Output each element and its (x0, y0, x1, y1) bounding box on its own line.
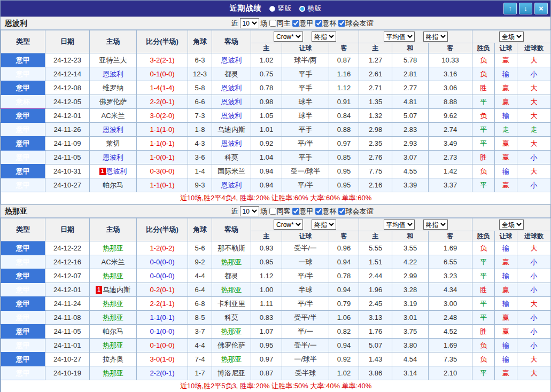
radio-vertical-layout[interactable]: 竖版 (269, 4, 292, 13)
sub-header-4: 和 (392, 231, 429, 241)
final-index-select-2[interactable]: 终指 (423, 219, 448, 230)
handicap-line-cell: 平/半 (282, 297, 329, 311)
section-filter-bar: 热那亚近10场同客意甲意杯球会友谊 (1, 205, 550, 218)
avg-away-cell: 2.74 (429, 123, 472, 137)
final-index-select[interactable]: 终指 (312, 32, 336, 42)
odds-away-cell: 0.87 (329, 53, 359, 67)
close-button[interactable]: × (534, 3, 548, 14)
checkbox-意杯[interactable] (315, 20, 322, 27)
checkbox-同主[interactable] (269, 20, 276, 27)
score-cell: 1-0(0-1) (137, 151, 188, 164)
score-cell: 2-2(1-1) (137, 297, 188, 311)
match-count-select[interactable]: 10 (240, 206, 259, 216)
avg-draw-cell: 3.75 (392, 325, 429, 339)
sub-header-8: 进球数 (517, 231, 551, 241)
match-scope-select[interactable]: 全场 (499, 32, 524, 42)
odds-home-cell: 1.12 (251, 269, 282, 283)
team-label: 恩波利 (221, 181, 242, 189)
odds-home-cell: 1.02 (251, 53, 282, 67)
checkbox-意甲[interactable] (292, 20, 299, 27)
average-odds-group-header: 平均值终指 (359, 30, 472, 43)
odds-away-cell: 0.94 (329, 255, 359, 269)
date-cell: 24-11-01 (45, 339, 90, 352)
radio-horizontal-dot-icon[interactable] (299, 6, 305, 12)
average-odds-select[interactable]: 平均值 (384, 32, 415, 42)
radio-vertical-dot-icon[interactable] (269, 6, 275, 12)
final-index-select[interactable]: 终指 (312, 219, 336, 230)
average-odds-select[interactable]: 平均值 (384, 219, 415, 230)
final-index-select-2[interactable]: 终指 (423, 32, 448, 42)
league-cell: 意甲 (1, 352, 45, 366)
odds-away-cell: 0.88 (329, 123, 359, 137)
checkbox-意杯[interactable] (315, 208, 322, 215)
filter-checkbox-同客[interactable]: 同客 (269, 207, 291, 216)
corners-cell: 12-3 (188, 67, 212, 81)
avg-home-cell: 2.61 (359, 67, 392, 81)
goals-result-cell: 小 (517, 151, 551, 164)
sub-header-2: 客 (329, 43, 359, 53)
filter-checkbox-意杯[interactable]: 意杯 (315, 207, 337, 216)
filter-checkbox-球会友谊[interactable]: 球会友谊 (338, 19, 374, 28)
checkbox-同客[interactable] (269, 208, 276, 215)
handicap-line-cell: 平手 (282, 151, 329, 164)
team-label: 热那亚 (221, 258, 242, 266)
filter-suffix-label: 场 (261, 19, 268, 28)
wdl-result-cell: 负 (472, 109, 495, 123)
bookmaker-select[interactable]: Crow* (274, 32, 303, 42)
handicap-result-cell: 赢 (495, 255, 517, 269)
odds-home-cell: 0.97 (251, 352, 282, 366)
match-count-select[interactable]: 10 (240, 18, 259, 28)
avg-draw-cell: 3.55 (392, 241, 429, 255)
league-cell: 意甲 (1, 325, 45, 339)
team-label: 乌迪内斯 (218, 126, 245, 134)
match-row: 意甲24-11-26恩波利1-1(1-0)1-8乌迪内斯1.01平手0.882.… (1, 123, 551, 137)
handicap-result-cell: 输 (495, 109, 517, 123)
goals-result-cell: 小 (517, 178, 551, 192)
score-cell: 0-0(0-0) (137, 255, 188, 269)
checkbox-球会友谊[interactable] (338, 20, 345, 27)
away-team-cell: 热那亚 (212, 325, 251, 339)
date-cell: 24-12-08 (45, 81, 90, 95)
league-cell: 意甲 (1, 53, 45, 67)
bookmaker-select[interactable]: Crow* (274, 219, 303, 230)
handicap-result-cell: 赢 (495, 311, 517, 325)
avg-away-cell: 2.73 (429, 151, 472, 164)
radio-horizontal-layout[interactable]: 横版 (299, 4, 322, 13)
summary-row: 近10场,胜2平5负3, 胜率:20% 让胜率:50% 大率:40% 单率:40… (1, 380, 551, 392)
league-cell: 意甲 (1, 67, 45, 81)
filter-checkbox-同主[interactable]: 同主 (269, 19, 291, 28)
handicap-line-cell: 平手 (282, 67, 329, 81)
match-scope-select[interactable]: 全场 (499, 219, 524, 230)
checkbox-球会友谊[interactable] (338, 208, 345, 215)
scroll-down-button[interactable]: ↓ (519, 3, 532, 14)
league-cell: 意甲 (1, 137, 45, 151)
goals-result-cell: 大 (517, 366, 551, 380)
date-cell: 24-10-19 (45, 366, 90, 380)
avg-home-cell: 1.43 (359, 352, 392, 366)
handicap-result-cell: 赢 (495, 151, 517, 164)
team-label: 都灵 (224, 70, 238, 78)
date-cell: 24-12-22 (45, 241, 90, 255)
avg-away-cell: 3.16 (429, 67, 472, 81)
filter-checkbox-意甲[interactable]: 意甲 (292, 19, 314, 28)
wdl-result-cell: 平 (472, 178, 495, 192)
scroll-up-button[interactable]: ↑ (503, 3, 517, 14)
avg-away-cell: 3.06 (429, 81, 472, 95)
team-label: 热那亚 (103, 313, 123, 322)
away-team-cell: 恩波利 (212, 95, 251, 109)
handicap-line-cell: 一球 (282, 255, 329, 269)
handicap-line-cell: 半球 (282, 283, 329, 297)
goals-result-cell: 小 (517, 255, 551, 269)
handicap-result-cell: 赢 (495, 81, 517, 95)
checkbox-label: 意杯 (323, 207, 337, 216)
corners-cell: 4-4 (188, 269, 212, 283)
filter-checkbox-意甲[interactable]: 意甲 (292, 207, 314, 216)
away-team-cell: 恩波利 (212, 109, 251, 123)
filter-checkbox-意杯[interactable]: 意杯 (315, 19, 337, 28)
league-cell: 意杯 (1, 95, 45, 109)
league-cell: 意甲 (1, 241, 45, 255)
checkbox-意甲[interactable] (292, 208, 299, 215)
checkbox-label: 意甲 (300, 19, 314, 28)
filter-checkbox-球会友谊[interactable]: 球会友谊 (338, 207, 374, 216)
sub-header-1: 让球 (282, 43, 329, 53)
